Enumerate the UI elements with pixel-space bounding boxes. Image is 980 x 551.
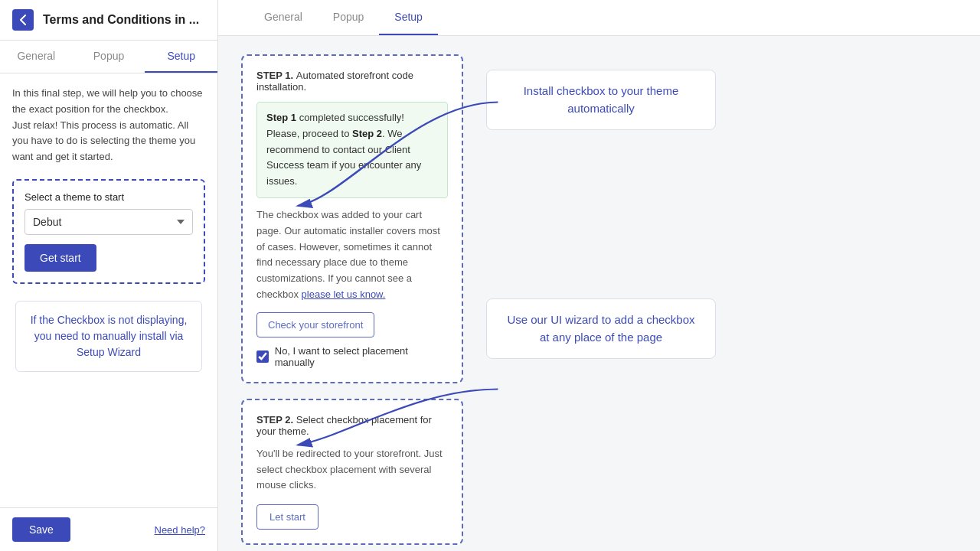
main-tab-setup[interactable]: Setup bbox=[379, 0, 438, 35]
step2-heading: STEP 2. Select checkbox placement for yo… bbox=[256, 414, 448, 437]
main-panel: General Popup Setup STEP 1. Automated st… bbox=[218, 0, 980, 551]
main-tab-popup[interactable]: Popup bbox=[318, 0, 379, 35]
sidebar-footer: Save Need help? bbox=[0, 507, 217, 551]
step2-body-text: You'll be redirected to your storefront.… bbox=[256, 446, 448, 494]
please-let-us-know-link[interactable]: please let us know. bbox=[302, 289, 386, 300]
save-button[interactable]: Save bbox=[12, 517, 70, 542]
main-body: STEP 1. Automated storefront code instal… bbox=[218, 36, 980, 551]
step2-heading-prefix: STEP 2. bbox=[256, 414, 293, 425]
get-start-button[interactable]: Get start bbox=[24, 244, 96, 272]
sidebar-tab-popup[interactable]: Popup bbox=[73, 41, 145, 73]
main-tabs: General Popup Setup bbox=[218, 0, 980, 36]
sidebar-title: Terms and Conditions in ... bbox=[43, 13, 199, 27]
step1-card: STEP 1. Automated storefront code instal… bbox=[241, 54, 463, 383]
theme-select-section: Select a theme to start Debut Dawn Minim… bbox=[12, 179, 205, 284]
need-help-link[interactable]: Need help? bbox=[155, 524, 206, 536]
manual-placement-label: No, I want to select placement manually bbox=[275, 345, 448, 368]
back-button[interactable] bbox=[12, 9, 34, 31]
sidebar-description: In this final step, we will help you to … bbox=[12, 86, 205, 165]
step1-heading: STEP 1. Automated storefront code instal… bbox=[256, 70, 448, 93]
sidebar-tabs: General Popup Setup bbox=[0, 41, 217, 73]
step2-card: STEP 2. Select checkbox placement for yo… bbox=[241, 399, 463, 545]
manual-placement-checkbox[interactable] bbox=[256, 350, 269, 363]
annotation-2-text: Use our UI wizard to add a checkbox at a… bbox=[507, 313, 694, 344]
sidebar: Terms and Conditions in ... General Popu… bbox=[0, 0, 218, 551]
annotation-box-2: Use our UI wizard to add a checkbox at a… bbox=[486, 298, 716, 359]
sidebar-tab-general[interactable]: General bbox=[0, 41, 73, 73]
theme-label: Select a theme to start bbox=[24, 191, 193, 203]
callout-text: If the Checkbox is not displaying, you n… bbox=[28, 312, 189, 360]
annotations-column: Install checkbox to your theme automatic… bbox=[486, 54, 957, 533]
theme-select[interactable]: Debut Dawn Minimal Simple bbox=[24, 209, 193, 235]
main-tab-general[interactable]: General bbox=[249, 0, 318, 35]
sidebar-header: Terms and Conditions in ... bbox=[0, 0, 217, 41]
step1-body-text: The checkbox was added to your cart page… bbox=[256, 207, 448, 303]
step1-success-step: Step 1 bbox=[266, 112, 296, 123]
step1-heading-prefix: STEP 1. bbox=[256, 70, 293, 81]
steps-column: STEP 1. Automated storefront code instal… bbox=[241, 54, 463, 533]
check-storefront-button[interactable]: Check your storefront bbox=[256, 312, 374, 337]
manual-placement-row: No, I want to select placement manually bbox=[256, 345, 448, 368]
step1-success-box: Step 1 completed successfully! Please, p… bbox=[256, 102, 448, 198]
annotation-1-text: Install checkbox to your theme automatic… bbox=[524, 84, 679, 115]
step1-success-step2: Step 2 bbox=[352, 128, 382, 139]
sidebar-content: In this final step, we will help you to … bbox=[0, 73, 217, 507]
let-start-button[interactable]: Let start bbox=[256, 504, 318, 530]
callout-box: If the Checkbox is not displaying, you n… bbox=[15, 301, 202, 372]
sidebar-tab-setup[interactable]: Setup bbox=[145, 41, 217, 73]
annotation-box-1: Install checkbox to your theme automatic… bbox=[486, 70, 716, 130]
